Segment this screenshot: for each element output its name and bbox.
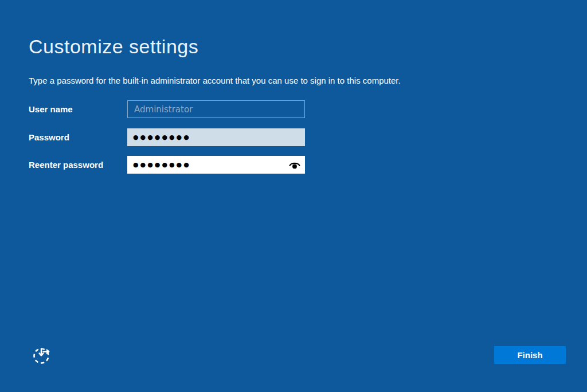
customize-settings-screen: Customize settings Type a password for t… — [0, 0, 587, 392]
ease-of-access-button[interactable] — [31, 343, 54, 366]
user-name-input[interactable] — [127, 100, 305, 118]
user-name-label: User name — [29, 100, 73, 118]
page-subtitle: Type a password for the built-in adminis… — [29, 76, 401, 85]
password-label: Password — [29, 128, 69, 146]
reenter-password-label: Reenter password — [29, 156, 103, 174]
password-field — [127, 128, 305, 146]
page-title: Customize settings — [29, 36, 198, 58]
reenter-password-field — [127, 156, 305, 174]
user-name-field — [127, 100, 305, 118]
ease-of-access-icon — [32, 344, 53, 366]
password-input[interactable] — [127, 128, 305, 146]
reenter-password-input[interactable] — [127, 156, 305, 174]
finish-button[interactable]: Finish — [494, 346, 566, 364]
password-reveal-eye-icon[interactable] — [288, 159, 302, 171]
